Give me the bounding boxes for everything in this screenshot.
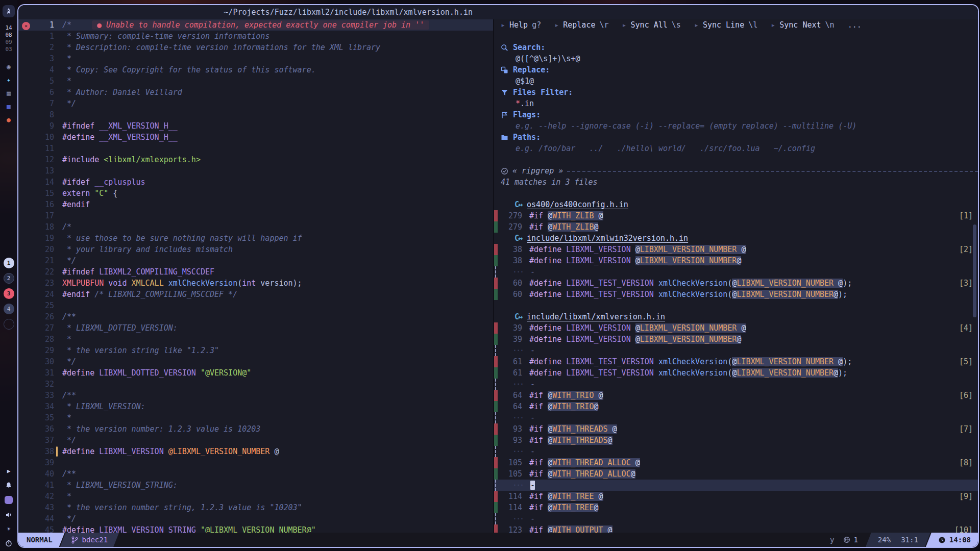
apps-grid-icon[interactable]: ▦ (7, 89, 11, 97)
replace-field[interactable]: Replace: (494, 64, 978, 76)
code-line[interactable]: 9#ifndef __XML_VERSION_H__ (18, 120, 493, 132)
code-line[interactable]: 45#define LIBXML_VERSION_STRING "@LIBXML… (18, 524, 493, 533)
code-line[interactable]: 14#ifdef __cplusplus (18, 177, 493, 188)
code-line[interactable]: 39 (18, 457, 493, 468)
code-line[interactable]: 29 * the version string like "1.2.3" (18, 345, 493, 356)
flags-field[interactable]: Flags: (494, 109, 978, 120)
result-line-add[interactable]: 38#define LIBXML_VERSION @LIBXML_VERSION… (494, 255, 978, 266)
media-next-icon[interactable]: ▶ (7, 468, 11, 474)
code-line[interactable]: 37 */ (18, 435, 493, 446)
result-line-add[interactable]: 93#if @WITH_THREADS@ (494, 435, 978, 446)
code-line[interactable]: 11 (18, 143, 493, 154)
result-file-name[interactable]: os400/os400config.h.in (527, 199, 628, 210)
result-line-add[interactable]: 105#if @WITH_THREAD_ALLOC@ (494, 468, 978, 480)
code-line[interactable]: 18/* (18, 221, 493, 233)
workspace-3[interactable]: 3 (4, 288, 14, 299)
result-line-add[interactable]: 60#define LIBXML_TEST_VERSION xmlCheckVe… (494, 289, 978, 300)
code-line[interactable]: 38#define LIBXML_VERSION @LIBXML_VERSION… (18, 446, 493, 457)
flags-input[interactable]: e.g. --help --ignore-case (-i) --replace… (494, 120, 978, 132)
search-field[interactable]: Search: (494, 42, 978, 53)
code-line[interactable]: 4 * Copy: See Copyright for the status o… (18, 64, 493, 76)
action-sync-next[interactable]: ▸Sync Next\n (771, 19, 834, 31)
result-line-add[interactable]: 279#if @WITH_ZLIB@ (494, 221, 978, 233)
code-line[interactable]: 23XMLPUBFUN void XMLCALL xmlCheckVersion… (18, 278, 493, 289)
flask-icon[interactable]: ✦ (7, 76, 11, 84)
code-line[interactable]: 16#endif (18, 199, 493, 210)
code-line[interactable]: 26/** (18, 311, 493, 322)
paths-field[interactable]: Paths: (494, 132, 978, 143)
grug-far-pane[interactable]: ▸Helpg?▸Replace\r▸Sync All\s▸Sync Line\l… (494, 19, 978, 533)
files-filter-field[interactable]: Files Filter: (494, 87, 978, 98)
replace-input[interactable]: @$1@ (494, 76, 978, 87)
code-line[interactable]: 1 * Summary: compile-time version inform… (18, 31, 493, 42)
result-context-separator[interactable]: ···- (494, 480, 978, 491)
result-line-del[interactable]: 123#if @WITH_OUTPUT @[10] (494, 524, 978, 533)
code-line[interactable]: 7 */ (18, 98, 493, 109)
notifications-bell-icon[interactable] (5, 482, 12, 489)
code-line[interactable]: 24#endif /* LIBXML2_COMPILING_MSCCDEF */ (18, 289, 493, 300)
result-context-separator[interactable]: ···- (494, 412, 978, 423)
browser-icon[interactable]: ● (7, 116, 11, 123)
result-context-separator[interactable]: ···- (494, 513, 978, 524)
code-line[interactable]: 10#define __XML_VERSION_H__ (18, 132, 493, 143)
action-sync-all[interactable]: ▸Sync All\s (622, 19, 681, 31)
code-app-icon[interactable]: ■ (7, 103, 11, 110)
code-line[interactable]: 2 * Description: compile-time version in… (18, 42, 493, 53)
code-line[interactable]: 31#define LIBXML_DOTTED_VERSION "@VERSIO… (18, 367, 493, 379)
volume-icon[interactable] (5, 511, 12, 518)
result-line-del[interactable]: 61#define LIBXML_TEST_VERSION xmlCheckVe… (494, 356, 978, 367)
search-input[interactable]: @([^@\s]+)\s+@ (494, 53, 978, 64)
code-line[interactable]: 22#ifndef LIBXML2_COMPILING_MSCCDEF (18, 266, 493, 278)
result-file-name[interactable]: include/libxml/xmlversion.h.in (527, 311, 665, 322)
code-line[interactable]: 30 */ (18, 356, 493, 367)
editor-pane[interactable]: ✕1/*● Unable to handle compilation, expe… (18, 19, 494, 533)
code-line[interactable]: 41 * LIBXML_VERSION_STRING: (18, 480, 493, 491)
code-line[interactable]: 13 (18, 165, 493, 177)
paths-input[interactable]: e.g. /foo/bar ../ ./hello\ world/ ./src/… (494, 143, 978, 154)
clipboard-app-icon[interactable] (5, 496, 13, 504)
code-line[interactable]: 6 * Author: Daniel Veillard (18, 87, 493, 98)
code-line[interactable]: 20 * your library and includes mismatch (18, 244, 493, 255)
code-line[interactable]: 8 (18, 109, 493, 120)
code-line[interactable]: 42 * (18, 491, 493, 502)
scrollbar-thumb[interactable] (973, 224, 976, 317)
result-line-del[interactable]: 64#if @WITH_TRIO @[6] (494, 390, 978, 401)
code-line[interactable]: 28 * (18, 334, 493, 345)
workspace-1[interactable]: 1 (4, 258, 14, 268)
result-context-separator[interactable]: ···- (494, 266, 978, 278)
result-file-heading[interactable]: C↔include/libxml/xmlversion.h.in (494, 311, 978, 322)
result-file-heading[interactable]: C↔include/libxml/xmlwin32version.h.in (494, 233, 978, 244)
result-context-separator[interactable]: ···- (494, 446, 978, 457)
code-line[interactable]: 25 (18, 300, 493, 311)
result-context-separator[interactable]: ···- (494, 345, 978, 356)
code-line[interactable]: ✕1/*● Unable to handle compilation, expe… (18, 19, 493, 31)
workspace-empty[interactable] (4, 319, 14, 330)
result-line-add[interactable]: 61#define LIBXML_TEST_VERSION xmlCheckVe… (494, 367, 978, 379)
result-file-name[interactable]: include/libxml/xmlwin32version.h.in (527, 233, 688, 244)
action-help[interactable]: ▸Helpg? (501, 19, 541, 31)
code-line[interactable]: 43 * the version number string, 1.2.3 va… (18, 502, 493, 513)
files-filter-input[interactable]: *.in (494, 98, 978, 109)
result-line-del[interactable]: 60#define LIBXML_TEST_VERSION xmlCheckVe… (494, 278, 978, 289)
code-line[interactable]: 33/** (18, 390, 493, 401)
result-line-del[interactable]: 39#define LIBXML_VERSION @LIBXML_VERSION… (494, 322, 978, 334)
code-line[interactable]: 15extern "C" { (18, 188, 493, 199)
code-line[interactable]: 17 (18, 210, 493, 221)
result-line-add[interactable]: 64#if @WITH_TRIO@ (494, 401, 978, 412)
code-line[interactable]: 32 (18, 379, 493, 390)
code-line[interactable]: 44 */ (18, 513, 493, 524)
brightness-icon[interactable]: ☀ (7, 525, 10, 533)
timer-icon[interactable] (5, 540, 12, 547)
code-line[interactable]: 19 * use those to be sure nothing nasty … (18, 233, 493, 244)
code-line[interactable]: 27 * LIBXML_DOTTED_VERSION: (18, 322, 493, 334)
workspace-4[interactable]: 4 (4, 304, 14, 314)
result-line-add[interactable]: 114#if @WITH_TREE@ (494, 502, 978, 513)
result-file-heading[interactable]: C↔os400/os400config.h.in (494, 199, 978, 210)
result-line-del[interactable]: 93#if @WITH_THREADS @[7] (494, 423, 978, 435)
launcher-button[interactable] (3, 5, 15, 17)
code-line[interactable]: 36 * the version number: 1.2.3 value is … (18, 423, 493, 435)
code-line[interactable]: 35 * (18, 412, 493, 423)
action-replace[interactable]: ▸Replace\r (554, 19, 608, 31)
result-line-del[interactable]: 38#define LIBXML_VERSION @LIBXML_VERSION… (494, 244, 978, 255)
code-line[interactable]: 5 * (18, 76, 493, 87)
